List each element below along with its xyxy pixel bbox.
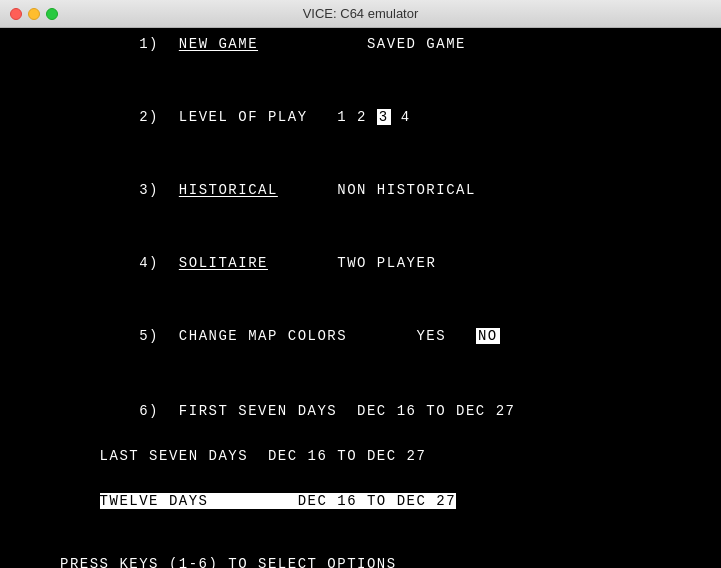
press-keys-text: PRESS KEYS (1-6) TO SELECT OPTIONS (60, 556, 397, 568)
menu-item-5: 5) CHANGE MAP COLORS YES NO (60, 305, 661, 368)
maximize-button[interactable] (46, 8, 58, 20)
menu-label-3: HISTORICAL (179, 182, 278, 198)
menu-number-1: 1) (139, 36, 179, 52)
menu-number-4: 4) (139, 255, 179, 271)
menu-number-2: 2) LEVEL OF PLAY 1 2 (139, 109, 377, 125)
traffic-lights (10, 8, 58, 20)
menu-twelve-days: TWELVE DAYS DEC 16 TO DEC 27 (100, 493, 456, 509)
screen-content: BREAKTHROUGH IN THE ARDENNES 1) NEW GAME… (20, 48, 701, 548)
emulator-screen: BREAKTHROUGH IN THE ARDENNES 1) NEW GAME… (0, 28, 721, 568)
menu-spacer-3: NON HISTORICAL (278, 182, 476, 198)
menu-item-6: 6) FIRST SEVEN DAYS DEC 16 TO DEC 27 LAS… (60, 378, 661, 535)
close-button[interactable] (10, 8, 22, 20)
menu-number-5: 5) CHANGE MAP COLORS YES (139, 328, 476, 344)
menu-item-2: 2) LEVEL OF PLAY 1 2 3 4 (60, 86, 661, 149)
menu-level-4: 4 (391, 109, 411, 125)
menu-spacer-1: SAVED GAME (258, 36, 466, 52)
menu-level-3: 3 (377, 109, 391, 125)
menu-spacer-4: TWO PLAYER (268, 255, 436, 271)
menu-no-selected: NO (476, 328, 500, 344)
minimize-button[interactable] (28, 8, 40, 20)
title-bar: VICE: C64 emulator (0, 0, 721, 28)
menu-item-4: 4) SOLITAIRE TWO PLAYER (60, 232, 661, 295)
menu-number-3: 3) (139, 182, 179, 198)
window-title: VICE: C64 emulator (303, 6, 419, 21)
menu-label-1: NEW GAME (179, 36, 258, 52)
menu-item-3: 3) HISTORICAL NON HISTORICAL (60, 159, 661, 222)
menu-block: 1) NEW GAME SAVED GAME 2) LEVEL OF PLAY … (60, 13, 661, 545)
menu-label-4: SOLITAIRE (179, 255, 268, 271)
